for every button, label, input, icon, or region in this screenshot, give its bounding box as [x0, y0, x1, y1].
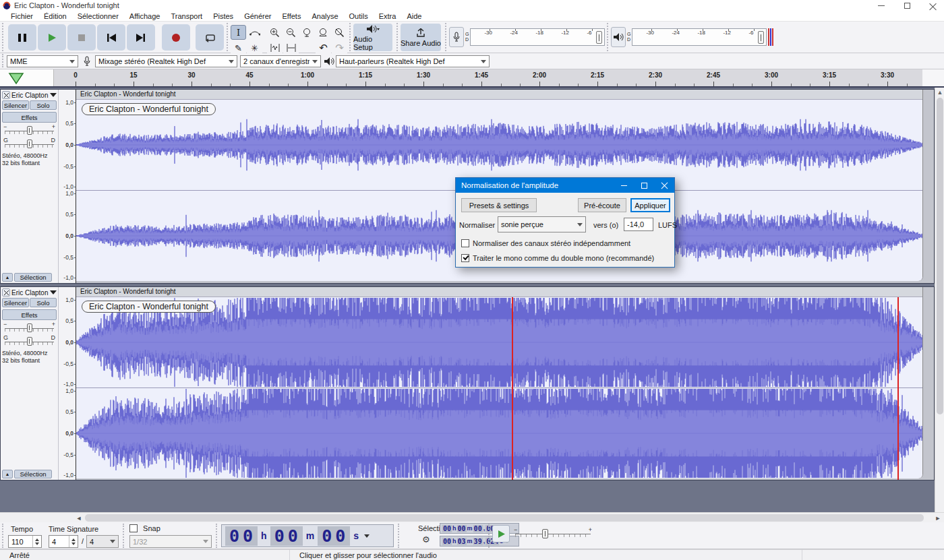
- scroll-right-icon[interactable]: ►: [933, 514, 943, 522]
- toolbar-gripper[interactable]: [607, 23, 610, 51]
- collapse-track-button[interactable]: ▲: [2, 470, 13, 478]
- zoom-in-button[interactable]: [267, 25, 283, 40]
- channel-waveform[interactable]: [76, 387, 922, 478]
- play-at-speed-button[interactable]: [492, 525, 510, 542]
- menu-item-0[interactable]: Fichier: [5, 11, 38, 21]
- pan-slider[interactable]: G D: [2, 138, 57, 150]
- record-button[interactable]: [162, 24, 190, 51]
- pause-button[interactable]: [8, 24, 36, 51]
- track-close-button[interactable]: [2, 288, 10, 297]
- vertical-scrollbar[interactable]: ▲: [935, 88, 944, 512]
- solo-button[interactable]: Solo: [30, 298, 57, 307]
- dialog-maximize-button[interactable]: [634, 178, 654, 193]
- playback-device-select[interactable]: Haut-parleurs (Realtek High Def: [336, 55, 490, 67]
- checkbox-checked-icon[interactable]: [461, 254, 469, 262]
- presets-settings-button[interactable]: Presets & settings: [461, 198, 537, 212]
- chevron-down-icon[interactable]: [364, 534, 370, 538]
- toolbar-gripper[interactable]: [2, 524, 5, 548]
- toolbar-gripper[interactable]: [227, 23, 230, 51]
- toolbar-gripper[interactable]: [216, 524, 219, 548]
- playback-meter-button[interactable]: [611, 27, 626, 47]
- menu-item-2[interactable]: Sélectionner: [72, 11, 124, 21]
- pan-slider-handle[interactable]: [27, 337, 32, 346]
- audio-host-select[interactable]: MME: [7, 55, 78, 67]
- window-minimize-button[interactable]: [870, 0, 893, 11]
- share-audio-button[interactable]: Share Audio: [401, 24, 441, 51]
- timesig-lower-select[interactable]: 4: [86, 535, 119, 548]
- skip-to-end-button[interactable]: [127, 24, 155, 51]
- zoom-out-button[interactable]: [283, 25, 299, 40]
- loop-button[interactable]: [196, 24, 224, 51]
- clip-header[interactable]: Eric Clapton - Wonderful tonight: [76, 90, 922, 100]
- tempo-input[interactable]: 110: [8, 535, 42, 548]
- toolbar-gripper[interactable]: [123, 524, 126, 548]
- horizontal-scroll-thumb[interactable]: [85, 514, 924, 522]
- toolbar-gripper[interactable]: [2, 23, 5, 51]
- vertical-scale-ruler[interactable]: 1,00,50,0-0,5-1,01,00,50,0-0,5-1,0: [59, 287, 76, 480]
- window-close-button[interactable]: [921, 0, 944, 11]
- stop-button[interactable]: [67, 24, 96, 51]
- toolbar-gripper[interactable]: [488, 524, 492, 548]
- target-level-input[interactable]: -14,0: [624, 218, 653, 231]
- menu-item-6[interactable]: Générer: [239, 11, 276, 21]
- effects-button[interactable]: Effets: [2, 309, 57, 320]
- menu-item-11[interactable]: Aide: [401, 11, 427, 21]
- zoom-toggle-button[interactable]: [332, 25, 347, 40]
- track-name[interactable]: Eric Clapton: [11, 289, 49, 297]
- treat-mono-as-dual-mono-checkbox[interactable]: Traiter le mono comme du double mono (re…: [461, 254, 654, 262]
- record-meter-button[interactable]: [449, 27, 464, 47]
- effects-button[interactable]: Effets: [2, 112, 57, 123]
- horizontal-scrollbar[interactable]: ◄ ►: [0, 512, 944, 522]
- vertical-scroll-thumb[interactable]: [937, 98, 943, 414]
- skip-to-start-button[interactable]: [97, 24, 125, 51]
- menu-item-9[interactable]: Outils: [344, 11, 374, 21]
- loop-region-icon[interactable]: [8, 72, 24, 85]
- dialog-close-button[interactable]: [654, 178, 674, 193]
- recording-channels-select[interactable]: 2 canaux d'enregistrement (: [240, 55, 321, 67]
- track-menu-icon[interactable]: [50, 93, 57, 97]
- normalize-channels-independently-checkbox[interactable]: Normaliser des canaux stéréo indépendamm…: [461, 239, 630, 247]
- scroll-up-icon[interactable]: ▲: [935, 88, 944, 97]
- audio-setup-button[interactable]: Audio Setup: [353, 24, 392, 51]
- gear-icon[interactable]: ⚙: [422, 534, 430, 545]
- timeline-ruler[interactable]: 01530451:001:151:301:452:002:152:302:453…: [0, 69, 944, 88]
- vertical-scale-ruler[interactable]: 1,00,50,0-0,5-1,01,00,50,0-0,5-1,0: [59, 90, 76, 283]
- mute-button[interactable]: Silencer: [2, 298, 29, 307]
- mute-button[interactable]: Silencer: [2, 100, 29, 110]
- checkbox-icon[interactable]: [461, 239, 469, 247]
- play-button[interactable]: [38, 24, 66, 51]
- speed-slider-handle[interactable]: [542, 529, 548, 538]
- preview-button[interactable]: Pré-écoute: [578, 198, 626, 212]
- audio-position-display[interactable]: 00h 00m 00s: [221, 524, 394, 547]
- toolbar-gripper[interactable]: [445, 23, 448, 51]
- gain-slider[interactable]: − +: [2, 125, 57, 136]
- track-select-button[interactable]: Sélection: [14, 273, 52, 282]
- collapse-track-button[interactable]: ▲: [2, 273, 13, 282]
- recording-device-select[interactable]: Mixage stéréo (Realtek High Def: [95, 55, 237, 67]
- timesig-upper-input[interactable]: 4: [49, 535, 78, 548]
- scroll-left-icon[interactable]: ◄: [74, 514, 84, 522]
- snap-checkbox-box[interactable]: [129, 524, 138, 532]
- menu-item-10[interactable]: Extra: [374, 11, 402, 21]
- menu-item-1[interactable]: Édition: [38, 11, 72, 21]
- apply-button[interactable]: Appliquer: [630, 198, 670, 212]
- dialog-minimize-button[interactable]: [614, 178, 634, 193]
- toolbar-gripper[interactable]: [2, 54, 5, 67]
- envelope-tool-button[interactable]: [247, 25, 262, 40]
- dialog-title-bar[interactable]: Normalisation de l'amplitude: [456, 178, 674, 193]
- gain-slider-handle[interactable]: [27, 126, 32, 135]
- track-menu-icon[interactable]: [50, 290, 57, 294]
- fit-selection-button[interactable]: [299, 25, 315, 40]
- track-select-button[interactable]: Sélection: [14, 470, 52, 478]
- playback-meter[interactable]: GD -30-24-18-12-6: [611, 26, 773, 49]
- window-maximize-button[interactable]: [895, 0, 918, 11]
- menu-item-3[interactable]: Affichage: [124, 11, 166, 21]
- timesig-upper-stepper[interactable]: [69, 536, 78, 547]
- playback-speed-slider[interactable]: − +: [514, 527, 592, 540]
- track-name[interactable]: Eric Clapton: [11, 92, 49, 99]
- fit-project-button[interactable]: [316, 25, 331, 40]
- audio-clip[interactable]: Eric Clapton - Wonderful tonight: [76, 287, 923, 478]
- tempo-stepper[interactable]: [32, 536, 41, 547]
- waveform-area[interactable]: Eric Clapton - Wonderful tonight Eric Cl…: [76, 287, 934, 480]
- menu-item-7[interactable]: Effets: [276, 11, 306, 21]
